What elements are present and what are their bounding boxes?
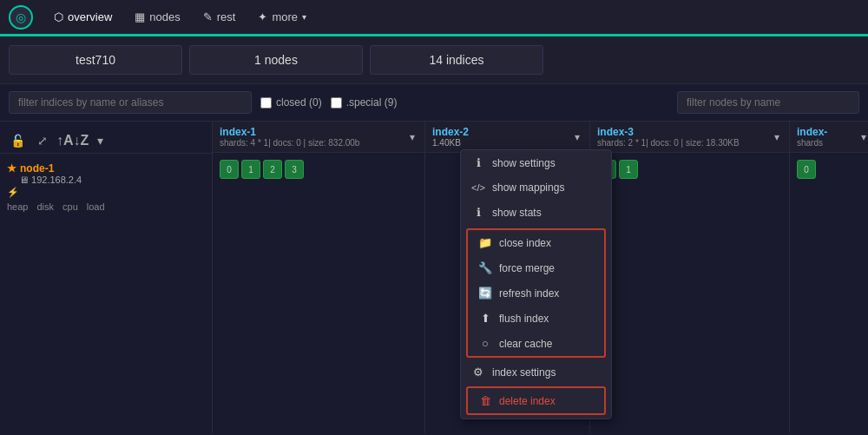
menu-delete-section: 🗑 delete index — [466, 386, 606, 415]
index-col-4: index- shards ▾ 0 — [790, 122, 868, 433]
top-nav: ◎ ⬡ overview ▦ nodes ✎ rest ✦ more ▾ — [0, 0, 868, 36]
filter-bar: closed (0) .special (9) — [0, 84, 868, 122]
nav-overview-label: overview — [68, 10, 112, 23]
more-icon: ✦ — [258, 10, 267, 23]
node-panel-header: 🔓 ⤢ ↑A↓Z ▾ — [0, 129, 212, 154]
nav-overview[interactable]: ⬡ overview — [45, 6, 121, 28]
node-name: ★ index-1 node-1 — [7, 162, 205, 175]
main-content: 🔓 ⤢ ↑A↓Z ▾ ★ index-1 node-1 🖥 192.168.2.… — [0, 122, 868, 433]
index-2-name: index-2 — [432, 126, 469, 138]
menu-refresh-index-label: refresh index — [499, 287, 559, 300]
index-col-1: index-1 shards: 4 * 1| docs: 0 | size: 8… — [213, 122, 425, 433]
index-4-menu-btn[interactable]: ▾ — [858, 131, 868, 143]
more-arrow-icon: ▾ — [302, 12, 306, 22]
indices-count: 14 indices — [429, 53, 483, 67]
index-3-header: index-3 shards: 2 * 1| docs: 0 | size: 1… — [590, 122, 789, 153]
wrench-icon: 🔧 — [478, 261, 492, 274]
info-icon-stats: ℹ — [471, 206, 485, 219]
indices-area: index-1 shards: 4 * 1| docs: 0 | size: 8… — [213, 122, 868, 433]
node-metrics: heap disk cpu load — [7, 201, 205, 212]
shard-0: 0 — [220, 160, 239, 179]
index-3-menu-btn[interactable]: ▾ — [772, 131, 782, 143]
nav-nodes-label: nodes — [149, 10, 180, 23]
menu-index-settings-label: index settings — [492, 366, 556, 379]
index-3-meta: shards: 2 * 1| docs: 0 | size: 18.30KB — [597, 138, 740, 148]
menu-show-mappings-label: show mappings — [492, 181, 564, 194]
index-col-3: index-3 shards: 2 * 1| docs: 0 | size: 1… — [590, 122, 790, 433]
shard-2: 2 — [263, 160, 282, 179]
filter-arrow-icon[interactable]: ▾ — [94, 132, 107, 149]
closed-checkbox-label[interactable]: closed (0) — [260, 96, 322, 109]
node-label: node-1 — [20, 162, 54, 175]
index-1-shards-row: 0 1 2 3 — [220, 160, 304, 179]
filter-nodes-input[interactable] — [677, 91, 859, 114]
menu-clear-cache-label: clear cache — [499, 338, 552, 350]
special-label: .special (9) — [346, 96, 398, 109]
nav-nodes[interactable]: ▦ nodes — [126, 6, 188, 28]
menu-show-settings-label: show settings — [492, 157, 556, 169]
database-icon: 🖥 — [19, 175, 29, 185]
index-4-shards-row: 0 — [797, 160, 816, 179]
menu-clear-cache[interactable]: ○ clear cache — [468, 331, 604, 356]
filter-indices-input[interactable] — [9, 91, 252, 114]
nodes-icon: ▦ — [135, 10, 145, 23]
index-2-menu-btn[interactable]: ▾ — [572, 131, 582, 143]
index-4-meta: shards — [797, 138, 827, 148]
index-2-dropdown: ℹ show settings </> show mappings ℹ show… — [460, 149, 612, 419]
rest-icon: ✎ — [203, 10, 213, 23]
nav-rest[interactable]: ✎ rest — [194, 6, 245, 28]
overview-icon: ⬡ — [54, 10, 63, 23]
node-panel: 🔓 ⤢ ↑A↓Z ▾ ★ index-1 node-1 🖥 192.168.2.… — [0, 122, 213, 433]
menu-index-settings[interactable]: ⚙ index settings — [461, 359, 611, 385]
shard-3: 3 — [285, 160, 304, 179]
menu-show-mappings[interactable]: </> show mappings — [461, 175, 611, 200]
shard-4-0: 0 — [797, 160, 816, 179]
index-4-name: index- — [797, 126, 827, 138]
nav-more-label: more — [272, 10, 298, 23]
menu-close-index[interactable]: 📁 close index — [468, 230, 604, 255]
index-1-menu-btn[interactable]: ▾ — [407, 131, 418, 143]
index-1-name: index-1 — [220, 126, 359, 138]
nav-rest-label: rest — [217, 10, 236, 23]
code-icon-mappings: </> — [471, 182, 485, 193]
metric-heap: heap — [7, 201, 28, 212]
index-3-shards: 0 1 — [590, 153, 789, 186]
expand-icon[interactable]: ⤢ — [34, 132, 51, 149]
nodes-count-card: 1 nodes — [189, 45, 363, 75]
shard-1: 1 — [241, 160, 260, 179]
menu-force-merge[interactable]: 🔧 force merge — [468, 255, 604, 280]
trash-icon: 🗑 — [478, 394, 492, 407]
refresh-icon: 🔄 — [478, 287, 492, 300]
index-1-shards: 0 1 2 3 — [213, 153, 424, 186]
index-col-2: index-2 1.40KB ▾ ℹ show settings </> sho… — [425, 122, 590, 433]
folder-icon: 📁 — [478, 236, 492, 249]
star-icon: ★ — [7, 162, 16, 175]
menu-show-settings[interactable]: ℹ show settings — [461, 150, 611, 175]
menu-flush-index[interactable]: ⬆ flush index — [468, 306, 604, 331]
menu-refresh-index[interactable]: 🔄 refresh index — [468, 280, 604, 306]
unlock-icon[interactable]: 🔓 — [7, 132, 29, 149]
sort-az-icon[interactable]: ↑A↓Z — [56, 133, 89, 148]
menu-force-merge-label: force merge — [499, 262, 555, 274]
summary-bar: test710 1 nodes 14 indices — [0, 36, 868, 84]
menu-delete-index-label: delete index — [499, 395, 556, 407]
closed-checkbox[interactable] — [260, 97, 272, 109]
nodes-count: 1 nodes — [254, 53, 298, 67]
cache-icon: ○ — [478, 337, 492, 350]
node-type-icon: ⚡ — [7, 187, 205, 198]
menu-delete-index[interactable]: 🗑 delete index — [468, 388, 604, 413]
menu-show-stats[interactable]: ℹ show stats — [461, 200, 611, 225]
app-logo[interactable]: ◎ — [9, 5, 33, 30]
special-checkbox[interactable] — [331, 97, 342, 109]
cluster-name: test710 — [76, 53, 115, 67]
indices-inner: index-1 shards: 4 * 1| docs: 0 | size: 8… — [213, 122, 868, 433]
index-1-header: index-1 shards: 4 * 1| docs: 0 | size: 8… — [213, 122, 424, 153]
gear-icon: ⚙ — [471, 366, 485, 379]
index-3-name: index-3 — [597, 126, 740, 138]
menu-show-stats-label: show stats — [492, 207, 542, 219]
flush-icon: ⬆ — [478, 312, 492, 325]
nav-more[interactable]: ✦ more ▾ — [249, 6, 315, 28]
info-icon-settings: ℹ — [471, 156, 485, 169]
index-2-header: index-2 1.40KB ▾ — [425, 122, 589, 153]
special-checkbox-label[interactable]: .special (9) — [331, 96, 398, 109]
